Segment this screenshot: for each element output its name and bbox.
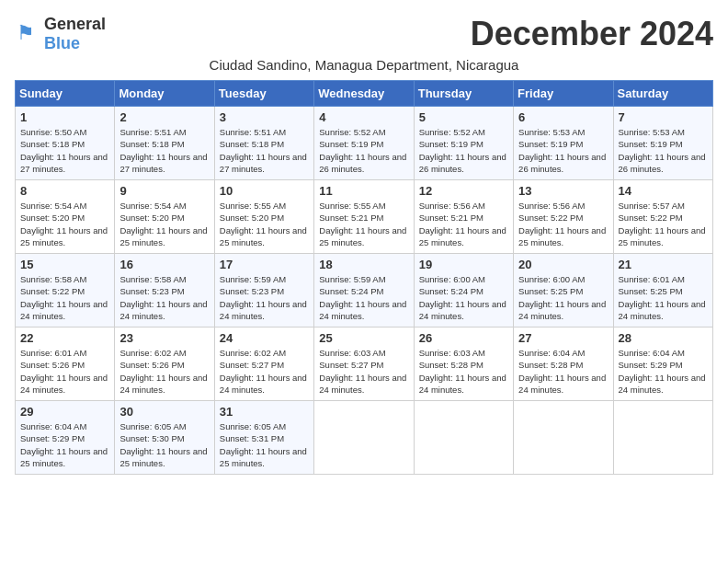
table-row: 22Sunrise: 6:01 AM Sunset: 5:26 PM Dayli… xyxy=(16,327,713,401)
day-number: 16 xyxy=(119,258,209,271)
day-info: Sunrise: 6:02 AM Sunset: 5:26 PM Dayligh… xyxy=(119,347,209,396)
table-cell: 19Sunrise: 6:00 AM Sunset: 5:24 PM Dayli… xyxy=(414,254,513,327)
table-cell: 25Sunrise: 6:03 AM Sunset: 5:27 PM Dayli… xyxy=(314,327,414,401)
calendar-table: Sunday Monday Tuesday Wednesday Thursday… xyxy=(15,80,713,475)
day-info: Sunrise: 5:54 AM Sunset: 5:20 PM Dayligh… xyxy=(119,200,209,248)
day-number: 5 xyxy=(419,110,508,124)
table-cell: 18Sunrise: 5:59 AM Sunset: 5:24 PM Dayli… xyxy=(314,254,414,327)
page-header: ⚑ General Blue December 2024 xyxy=(15,15,713,53)
header-tuesday: Tuesday xyxy=(214,81,313,107)
day-info: Sunrise: 5:59 AM Sunset: 5:23 PM Dayligh… xyxy=(220,273,309,322)
table-cell: 6Sunrise: 5:53 AM Sunset: 5:19 PM Daylig… xyxy=(514,107,613,180)
day-number: 20 xyxy=(518,258,608,271)
table-cell: 8Sunrise: 5:54 AM Sunset: 5:20 PM Daylig… xyxy=(16,180,115,254)
logo: ⚑ General Blue xyxy=(15,15,106,53)
header-row: Sunday Monday Tuesday Wednesday Thursday… xyxy=(16,81,713,107)
day-info: Sunrise: 6:04 AM Sunset: 5:28 PM Dayligh… xyxy=(518,347,608,396)
table-cell: 7Sunrise: 5:53 AM Sunset: 5:19 PM Daylig… xyxy=(613,107,712,180)
table-cell: 24Sunrise: 6:02 AM Sunset: 5:27 PM Dayli… xyxy=(214,327,313,401)
logo-blue: Blue xyxy=(44,34,80,52)
logo-general: General xyxy=(44,15,106,33)
svg-text:⚑: ⚑ xyxy=(17,21,35,44)
table-cell xyxy=(314,401,414,475)
table-cell xyxy=(414,401,513,475)
table-cell: 31Sunrise: 6:05 AM Sunset: 5:31 PM Dayli… xyxy=(214,401,313,475)
day-number: 29 xyxy=(20,405,109,419)
table-cell: 10Sunrise: 5:55 AM Sunset: 5:20 PM Dayli… xyxy=(214,180,313,254)
table-cell: 5Sunrise: 5:52 AM Sunset: 5:19 PM Daylig… xyxy=(414,107,513,180)
day-number: 1 xyxy=(20,110,109,124)
day-info: Sunrise: 5:55 AM Sunset: 5:20 PM Dayligh… xyxy=(220,200,309,248)
table-cell: 22Sunrise: 6:01 AM Sunset: 5:26 PM Dayli… xyxy=(16,327,115,401)
day-number: 15 xyxy=(20,258,109,271)
logo-icon: ⚑ xyxy=(15,21,40,47)
table-cell: 15Sunrise: 5:58 AM Sunset: 5:22 PM Dayli… xyxy=(16,254,115,327)
day-info: Sunrise: 5:51 AM Sunset: 5:18 PM Dayligh… xyxy=(220,126,309,175)
day-info: Sunrise: 6:01 AM Sunset: 5:26 PM Dayligh… xyxy=(20,347,109,396)
table-row: 15Sunrise: 5:58 AM Sunset: 5:22 PM Dayli… xyxy=(16,254,713,327)
day-info: Sunrise: 5:58 AM Sunset: 5:22 PM Dayligh… xyxy=(20,273,109,322)
table-cell: 2Sunrise: 5:51 AM Sunset: 5:18 PM Daylig… xyxy=(115,107,214,180)
day-number: 3 xyxy=(220,110,309,124)
table-cell xyxy=(514,401,613,475)
day-number: 19 xyxy=(419,258,508,271)
day-info: Sunrise: 5:51 AM Sunset: 5:18 PM Dayligh… xyxy=(119,126,209,175)
table-cell: 16Sunrise: 5:58 AM Sunset: 5:23 PM Dayli… xyxy=(115,254,214,327)
day-number: 10 xyxy=(220,184,309,198)
day-info: Sunrise: 5:59 AM Sunset: 5:24 PM Dayligh… xyxy=(319,273,408,322)
day-number: 8 xyxy=(20,184,109,198)
day-number: 2 xyxy=(119,110,209,124)
table-cell: 30Sunrise: 6:05 AM Sunset: 5:30 PM Dayli… xyxy=(115,401,214,475)
header-saturday: Saturday xyxy=(613,81,712,107)
table-cell: 17Sunrise: 5:59 AM Sunset: 5:23 PM Dayli… xyxy=(214,254,313,327)
day-info: Sunrise: 6:04 AM Sunset: 5:29 PM Dayligh… xyxy=(20,420,109,469)
table-cell: 27Sunrise: 6:04 AM Sunset: 5:28 PM Dayli… xyxy=(514,327,613,401)
day-number: 30 xyxy=(119,405,209,419)
day-number: 4 xyxy=(319,110,408,124)
table-cell: 23Sunrise: 6:02 AM Sunset: 5:26 PM Dayli… xyxy=(115,327,214,401)
header-thursday: Thursday xyxy=(414,81,513,107)
day-info: Sunrise: 5:50 AM Sunset: 5:18 PM Dayligh… xyxy=(20,126,109,175)
day-number: 27 xyxy=(518,331,608,345)
page-subtitle: Ciudad Sandino, Managua Department, Nica… xyxy=(15,57,713,73)
day-info: Sunrise: 6:00 AM Sunset: 5:25 PM Dayligh… xyxy=(518,273,608,322)
table-cell: 21Sunrise: 6:01 AM Sunset: 5:25 PM Dayli… xyxy=(613,254,712,327)
table-cell: 13Sunrise: 5:56 AM Sunset: 5:22 PM Dayli… xyxy=(514,180,613,254)
day-info: Sunrise: 6:03 AM Sunset: 5:27 PM Dayligh… xyxy=(319,347,408,396)
table-row: 8Sunrise: 5:54 AM Sunset: 5:20 PM Daylig… xyxy=(16,180,713,254)
table-cell: 4Sunrise: 5:52 AM Sunset: 5:19 PM Daylig… xyxy=(314,107,414,180)
day-number: 22 xyxy=(20,331,109,345)
table-cell: 9Sunrise: 5:54 AM Sunset: 5:20 PM Daylig… xyxy=(115,180,214,254)
header-monday: Monday xyxy=(115,81,214,107)
table-cell: 3Sunrise: 5:51 AM Sunset: 5:18 PM Daylig… xyxy=(214,107,313,180)
day-number: 14 xyxy=(619,184,708,198)
table-cell xyxy=(613,401,712,475)
header-wednesday: Wednesday xyxy=(314,81,414,107)
day-info: Sunrise: 5:52 AM Sunset: 5:19 PM Dayligh… xyxy=(419,126,508,175)
month-title: December 2024 xyxy=(471,15,713,53)
table-cell: 11Sunrise: 5:55 AM Sunset: 5:21 PM Dayli… xyxy=(314,180,414,254)
day-number: 17 xyxy=(220,258,309,271)
table-cell: 29Sunrise: 6:04 AM Sunset: 5:29 PM Dayli… xyxy=(16,401,115,475)
day-info: Sunrise: 6:05 AM Sunset: 5:30 PM Dayligh… xyxy=(119,420,209,469)
table-cell: 1Sunrise: 5:50 AM Sunset: 5:18 PM Daylig… xyxy=(16,107,115,180)
table-row: 1Sunrise: 5:50 AM Sunset: 5:18 PM Daylig… xyxy=(16,107,713,180)
day-number: 24 xyxy=(220,331,309,345)
day-info: Sunrise: 5:53 AM Sunset: 5:19 PM Dayligh… xyxy=(619,126,708,175)
day-info: Sunrise: 5:53 AM Sunset: 5:19 PM Dayligh… xyxy=(518,126,608,175)
day-info: Sunrise: 5:58 AM Sunset: 5:23 PM Dayligh… xyxy=(119,273,209,322)
table-cell: 20Sunrise: 6:00 AM Sunset: 5:25 PM Dayli… xyxy=(514,254,613,327)
day-info: Sunrise: 6:02 AM Sunset: 5:27 PM Dayligh… xyxy=(220,347,309,396)
day-number: 7 xyxy=(619,110,708,124)
day-number: 25 xyxy=(319,331,408,345)
day-info: Sunrise: 6:03 AM Sunset: 5:28 PM Dayligh… xyxy=(419,347,508,396)
day-number: 18 xyxy=(319,258,408,271)
day-number: 23 xyxy=(119,331,209,345)
day-info: Sunrise: 5:55 AM Sunset: 5:21 PM Dayligh… xyxy=(319,200,408,248)
day-info: Sunrise: 6:01 AM Sunset: 5:25 PM Dayligh… xyxy=(619,273,708,322)
day-number: 21 xyxy=(619,258,708,271)
day-info: Sunrise: 6:05 AM Sunset: 5:31 PM Dayligh… xyxy=(220,420,309,469)
day-info: Sunrise: 6:00 AM Sunset: 5:24 PM Dayligh… xyxy=(419,273,508,322)
table-cell: 26Sunrise: 6:03 AM Sunset: 5:28 PM Dayli… xyxy=(414,327,513,401)
day-info: Sunrise: 5:56 AM Sunset: 5:21 PM Dayligh… xyxy=(419,200,508,248)
